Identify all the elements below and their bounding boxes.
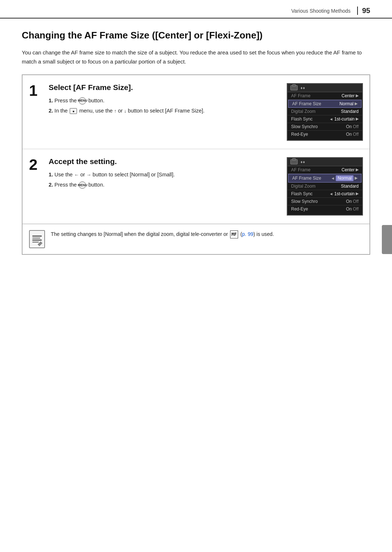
page-bottom xyxy=(0,277,392,495)
step-2-row: 2 Accept the setting. 1. Use the ← or → … xyxy=(23,149,369,224)
step-1-content: Select [AF Frame Size]. 1. Press the MEN… xyxy=(44,75,282,125)
step-2-body: 1. Use the ← or → button to select [Norm… xyxy=(49,170,277,189)
menu-value-slow-synchro-1: On Off xyxy=(346,124,359,129)
arrow-up-1: ↑ xyxy=(114,108,117,114)
menu-value-digital-zoom-2: Standard xyxy=(341,184,359,189)
step-1-row: 1 Select [AF Frame Size]. 1. Press the M… xyxy=(23,75,369,149)
menu-value-flash-sync-1: ◄ 1st-curtain ▶ xyxy=(329,116,359,122)
menu-label-af-frame-2: AF Frame xyxy=(291,167,310,172)
page-container: Various Shooting Methods 95 Changing the… xyxy=(0,0,392,552)
note-page-link[interactable]: p. 99 xyxy=(242,231,253,237)
menu-row-2-af-frame: AF Frame Center ▶ xyxy=(287,166,362,174)
menu-row-1-af-frame: AF Frame Center ▶ xyxy=(287,92,362,100)
menu-row-1-slow-synchro: Slow Synchro On Off xyxy=(287,123,362,131)
note-text-part2: is used. xyxy=(255,231,274,237)
menu-button-icon-1: MENU xyxy=(79,97,86,105)
menu-value-af-frame-1: Center ▶ xyxy=(342,93,359,98)
arrow-right-2: → xyxy=(86,172,91,177)
menu-value-red-eye-2: On Off xyxy=(346,207,359,212)
menu-label-flash-sync-2: Flash Sync xyxy=(291,191,313,196)
svg-marker-0 xyxy=(38,241,42,246)
menu-label-af-size-2: AF Frame Size xyxy=(292,176,321,181)
main-content: Changing the AF Frame Size ([Center] or … xyxy=(0,19,392,277)
menu-row-1-af-size: AF Frame Size Normal ▶ xyxy=(288,100,362,108)
steps-box: 1 Select [AF Frame Size]. 1. Press the M… xyxy=(22,74,370,255)
step-2-image-col: ♦♦ AF Frame Center ▶ AF Frame Size ◄ Nor… xyxy=(282,149,369,224)
menu-topbar-1: ♦♦ xyxy=(287,84,362,92)
menu-row-2-digital-zoom: Digital Zoom Standard xyxy=(287,183,362,190)
section-tab xyxy=(382,225,392,254)
note-line-3 xyxy=(32,240,42,241)
menu-tt-2: ♦♦ xyxy=(301,160,305,164)
step-1-body: 1. Press the MENU button. 2. In the ● me… xyxy=(49,96,277,115)
camera-menu-2: ♦♦ AF Frame Center ▶ AF Frame Size ◄ Nor… xyxy=(287,157,363,216)
menu-row-1-digital-zoom: Digital Zoom Standard xyxy=(287,108,362,115)
mf-badge: MF xyxy=(230,230,238,238)
page-header: Various Shooting Methods 95 xyxy=(0,0,392,19)
note-line-2 xyxy=(32,238,40,239)
note-text-part1: The setting changes to [Normal] when the… xyxy=(51,231,229,237)
note-row: The setting changes to [Normal] when the… xyxy=(23,224,369,254)
arrow-down-1: ↓ xyxy=(124,108,127,114)
menu-topbar-2: ♦♦ xyxy=(287,158,362,166)
menu-value-af-frame-2: Center ▶ xyxy=(342,167,359,172)
step-2-instruction-1: 1. Use the ← or → button to select [Norm… xyxy=(49,170,277,179)
step-1-number: 1 xyxy=(29,83,37,98)
section-label: Various Shooting Methods xyxy=(291,8,351,14)
menu-row-2-af-size: AF Frame Size ◄ Normal ▶ xyxy=(288,174,362,183)
step-2-instruction-2: 2. Press the MENU button. xyxy=(49,180,277,189)
menu-camera-icon-2 xyxy=(290,159,298,164)
step-2-number: 2 xyxy=(29,157,37,172)
menu-label-flash-sync-1: Flash Sync xyxy=(291,116,313,122)
menu-tt-1: ♦♦ xyxy=(301,86,305,90)
menu-row-1-red-eye: Red-Eye On Off xyxy=(287,131,362,138)
note-icon xyxy=(29,230,45,248)
menu-camera-icon-1 xyxy=(290,85,298,90)
step-1-instruction-2: 2. In the ● menu, use the ↑ or ↓ button … xyxy=(49,106,277,115)
step-1-instruction-1: 1. Press the MENU button. xyxy=(49,96,277,105)
menu-row-2-red-eye: Red-Eye On Off xyxy=(287,205,362,213)
menu-label-slow-synchro-2: Slow Synchro xyxy=(291,199,318,204)
menu-value-slow-synchro-2: On Off xyxy=(346,199,359,204)
menu-row-2-slow-synchro: Slow Synchro On Off xyxy=(287,198,362,205)
menu-label-af-frame-1: AF Frame xyxy=(291,93,310,98)
note-text: The setting changes to [Normal] when the… xyxy=(51,230,363,239)
menu-row-1-flash-sync: Flash Sync ◄ 1st-curtain ▶ xyxy=(287,115,362,123)
note-subicon xyxy=(38,241,42,246)
menu-label-digital-zoom-2: Digital Zoom xyxy=(291,184,315,189)
step-1-number-col: 1 xyxy=(23,75,44,106)
camera-menu-1: ♦♦ AF Frame Center ▶ AF Frame Size Norma… xyxy=(287,83,363,141)
menu-label-af-size-1: AF Frame Size xyxy=(292,101,321,106)
note-line-1 xyxy=(32,236,42,237)
camera-mode-icon-1: ● xyxy=(70,108,77,114)
intro-text: You can change the AF frame size to matc… xyxy=(22,48,370,66)
menu-label-slow-synchro-1: Slow Synchro xyxy=(291,124,318,129)
menu-button-icon-2: MENU xyxy=(79,181,86,189)
menu-value-red-eye-1: On Off xyxy=(346,132,359,137)
menu-value-af-size-2: ◄ Normal ▶ xyxy=(331,175,358,181)
menu-label-digital-zoom-1: Digital Zoom xyxy=(291,109,315,114)
menu-value-digital-zoom-1: Standard xyxy=(341,109,359,114)
menu-row-2-flash-sync: Flash Sync ◄ 1st-curtain ▶ xyxy=(287,190,362,198)
menu-value-flash-sync-2: ◄ 1st-curtain ▶ xyxy=(329,191,359,196)
menu-label-red-eye-1: Red-Eye xyxy=(291,132,308,137)
arrow-left-2: ← xyxy=(74,172,79,177)
page-number: 95 xyxy=(357,7,370,15)
page-title: Changing the AF Frame Size ([Center] or … xyxy=(22,29,370,41)
step-1-image-col: ♦♦ AF Frame Center ▶ AF Frame Size Norma… xyxy=(282,75,369,149)
menu-value-af-size-1: Normal ▶ xyxy=(339,101,358,106)
step-2-content: Accept the setting. 1. Use the ← or → bu… xyxy=(44,149,282,199)
step-1-heading: Select [AF Frame Size]. xyxy=(49,83,277,92)
step-2-number-col: 2 xyxy=(23,149,44,180)
step-2-heading: Accept the setting. xyxy=(49,157,277,166)
menu-label-red-eye-2: Red-Eye xyxy=(291,207,308,212)
